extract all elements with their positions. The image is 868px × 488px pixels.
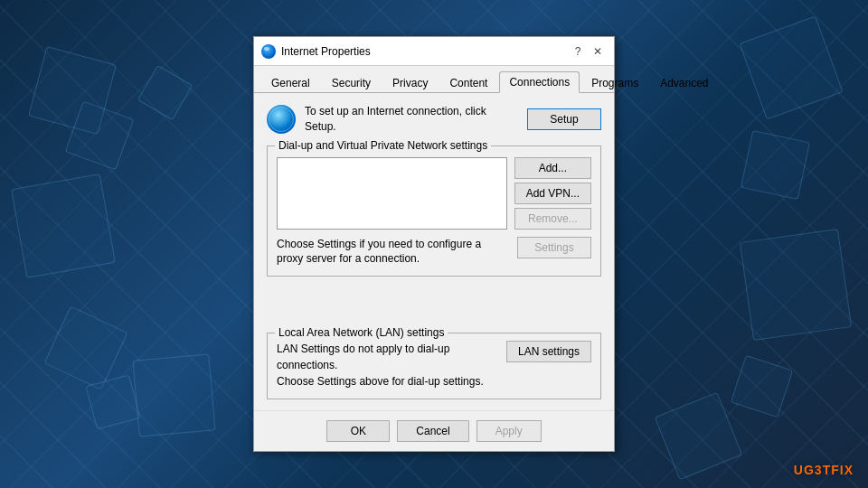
remove-button[interactable]: Remove... [514, 208, 591, 230]
title-bar: Internet Properties ? ✕ [254, 37, 614, 66]
watermark-highlight: 3 [815, 463, 823, 477]
dialog-icon [261, 44, 276, 59]
title-bar-left: Internet Properties [261, 44, 371, 59]
setup-description: To set up an Internet connection, click … [305, 104, 518, 135]
setup-row: To set up an Internet connection, click … [267, 104, 601, 135]
tab-privacy[interactable]: Privacy [382, 71, 438, 93]
tab-bar: General Security Privacy Content Connect… [254, 66, 614, 93]
tab-connections[interactable]: Connections [499, 71, 580, 93]
lan-description-line1: LAN Settings do not apply to dial-up con… [277, 343, 449, 371]
tab-security[interactable]: Security [322, 71, 381, 93]
internet-icon [267, 105, 296, 134]
tab-content[interactable]: Content [439, 71, 497, 93]
lan-description-line2: Choose Settings above for dial-up settin… [277, 375, 484, 388]
watermark-prefix: UG [794, 463, 815, 477]
ok-button[interactable]: OK [326, 420, 390, 442]
dialog-title: Internet Properties [281, 45, 371, 58]
title-controls: ? ✕ [569, 42, 607, 61]
lan-description: LAN Settings do not apply to dial-up con… [277, 341, 497, 389]
add-button[interactable]: Add... [514, 157, 591, 179]
tab-general[interactable]: General [261, 71, 320, 93]
tab-programs[interactable]: Programs [581, 71, 648, 93]
dialog-body: To set up an Internet connection, click … [254, 93, 614, 410]
cancel-button[interactable]: Cancel [397, 420, 468, 442]
setup-button[interactable]: Setup [527, 108, 601, 130]
add-vpn-button[interactable]: Add VPN... [514, 183, 591, 204]
tab-advanced[interactable]: Advanced [650, 71, 718, 93]
help-button[interactable]: ? [569, 42, 587, 61]
lan-row: LAN Settings do not apply to dial-up con… [277, 341, 591, 389]
close-button[interactable]: ✕ [589, 42, 607, 61]
settings-button[interactable]: Settings [517, 237, 591, 258]
dialup-legend: Dial-up and Virtual Private Network sett… [275, 139, 491, 152]
dialup-content: Add... Add VPN... Remove... [277, 157, 591, 230]
dialup-buttons: Add... Add VPN... Remove... [514, 157, 591, 230]
watermark: UG3TFIX [794, 463, 854, 477]
dialog-footer: OK Cancel Apply [254, 410, 614, 451]
apply-button[interactable]: Apply [476, 420, 542, 442]
watermark-suffix: TFIX [823, 463, 854, 477]
lan-settings-button[interactable]: LAN settings [506, 341, 591, 362]
dialup-fieldset: Dial-up and Virtual Private Network sett… [267, 145, 601, 277]
internet-properties-dialog: Internet Properties ? ✕ General Security… [253, 36, 615, 452]
lan-fieldset: Local Area Network (LAN) settings LAN Se… [267, 333, 601, 399]
dialup-list[interactable] [277, 157, 507, 230]
settings-description: Choose Settings if you need to configure… [277, 237, 508, 267]
lan-legend: Local Area Network (LAN) settings [275, 326, 448, 339]
settings-row: Choose Settings if you need to configure… [277, 237, 591, 267]
spacer [267, 287, 601, 322]
